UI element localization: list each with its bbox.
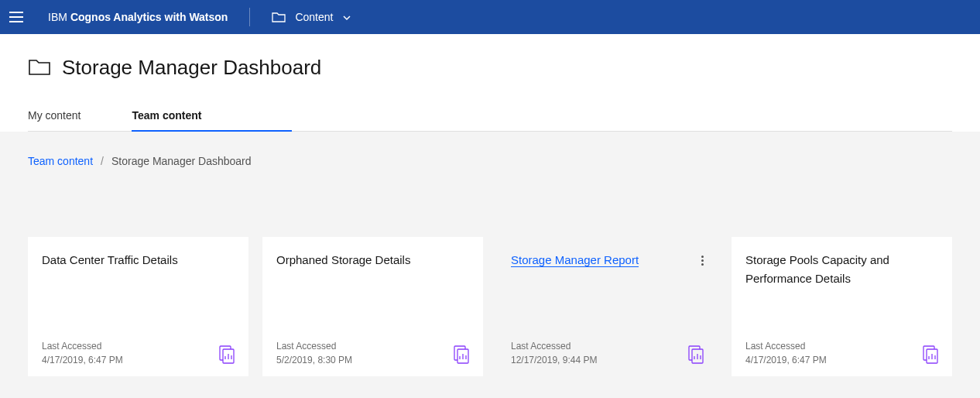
card-title: Storage Pools Capacity and Performance D… [745,253,889,285]
brand: IBM Cognos Analytics with Watson [48,11,228,23]
meta-value: 12/17/2019, 9:44 PM [511,353,597,367]
content-dropdown[interactable]: Content [272,11,351,23]
card-meta: Last Accessed 12/17/2019, 9:44 PM [511,339,597,367]
breadcrumb-current: Storage Manager Dashboard [111,155,252,167]
card-meta: Last Accessed 5/2/2019, 8:30 PM [276,339,352,367]
meta-label: Last Accessed [745,339,827,353]
menu-icon[interactable] [9,12,23,22]
tab-label: Team content [132,109,201,122]
tab-team-content[interactable]: Team content [132,101,221,131]
report-card[interactable]: Data Center Traffic Details Last Accesse… [28,237,248,376]
folder-icon [272,12,286,22]
chevron-down-icon [342,12,351,22]
card-meta: Last Accessed 4/17/2019, 6:47 PM [42,339,123,367]
page-header: Storage Manager Dashboard My content Tea… [0,34,980,132]
meta-value: 4/17/2019, 6:47 PM [42,353,123,367]
content-area: Team content / Storage Manager Dashboard… [0,132,980,398]
report-icon [923,345,938,367]
page-title: Storage Manager Dashboard [62,56,321,80]
meta-value: 4/17/2019, 6:47 PM [745,353,827,367]
card-title: Data Center Traffic Details [42,253,178,266]
card-grid: Data Center Traffic Details Last Accesse… [28,237,952,376]
report-icon [219,345,235,367]
report-icon [688,345,704,367]
report-icon [454,345,469,367]
tabs: My content Team content [28,101,952,132]
report-card[interactable]: Orphaned Storage Details Last Accessed 5… [262,237,483,376]
tab-active-indicator [172,130,292,132]
divider [249,8,250,26]
card-title: Storage Manager Report [511,253,639,267]
tab-my-content[interactable]: My content [28,101,101,131]
meta-label: Last Accessed [42,339,123,353]
tab-label: My content [28,109,81,122]
report-card[interactable]: Storage Manager Report Last Accessed 12/… [497,237,718,376]
breadcrumb-separator: / [101,155,104,167]
more-actions-icon[interactable] [694,252,710,268]
brand-prefix: IBM [48,11,67,23]
meta-value: 5/2/2019, 8:30 PM [276,353,352,367]
folder-icon [28,57,51,79]
content-label: Content [295,11,333,23]
meta-label: Last Accessed [276,339,352,353]
top-banner: IBM Cognos Analytics with Watson Content [0,0,980,34]
breadcrumb-root[interactable]: Team content [28,155,93,167]
brand-name: Cognos Analytics with Watson [70,11,228,23]
meta-label: Last Accessed [511,339,597,353]
card-title: Orphaned Storage Details [276,253,410,266]
report-card[interactable]: Storage Pools Capacity and Performance D… [732,237,952,376]
card-meta: Last Accessed 4/17/2019, 6:47 PM [745,339,827,367]
breadcrumb: Team content / Storage Manager Dashboard [28,155,952,167]
